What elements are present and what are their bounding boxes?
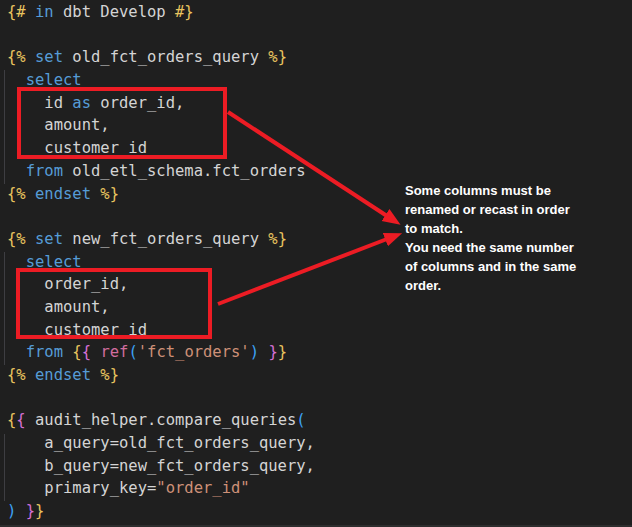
note-line: renamed or recast in order (405, 200, 595, 219)
code-line: amount, (7, 114, 315, 137)
code-line: customer_id (7, 137, 315, 160)
code-line: b_query=new_fct_orders_query, (7, 455, 315, 478)
code-line: from old_etl_schema.fct_orders (7, 160, 315, 183)
code-line: {# in dbt Develop #} (7, 1, 315, 24)
note-line: You need the same number (405, 238, 595, 257)
code-line: id as order_id, (7, 92, 315, 115)
code-line (7, 387, 315, 410)
code-line: primary_key="order_id" (7, 477, 315, 500)
indent-guide (4, 70, 5, 184)
code-line (7, 24, 315, 47)
code-line: amount, (7, 296, 315, 319)
code-line: ) }} (7, 500, 315, 523)
note-line: order. (405, 276, 595, 295)
indent-guide (4, 434, 5, 501)
code-line: {% endset %} (7, 183, 315, 206)
code-line: customer_id (7, 319, 315, 342)
code-line: {{ audit_helper.compare_queries( (7, 409, 315, 432)
code-line: from {{ ref('fct_orders') }} (7, 341, 315, 364)
code-line: a_query=old_fct_orders_query, (7, 432, 315, 455)
code-editor: {# in dbt Develop #} {% set old_fct_orde… (0, 0, 632, 527)
note-line: Some columns must be (405, 181, 595, 200)
code-area[interactable]: {# in dbt Develop #} {% set old_fct_orde… (7, 1, 315, 523)
indent-guide (4, 252, 5, 365)
code-line: select (7, 69, 315, 92)
note-line: to match. (405, 219, 595, 238)
note-line: of columns and in the same (405, 257, 595, 276)
code-line: select (7, 251, 315, 274)
annotation-note: Some columns must be renamed or recast i… (405, 181, 595, 295)
code-line: {% set new_fct_orders_query %} (7, 228, 315, 251)
code-line: order_id, (7, 273, 315, 296)
code-line (7, 205, 315, 228)
code-line: {% set old_fct_orders_query %} (7, 46, 315, 69)
code-line: {% endset %} (7, 364, 315, 387)
